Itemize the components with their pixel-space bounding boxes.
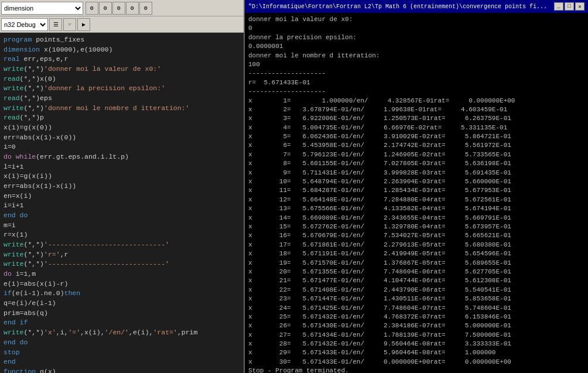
code-line: r=x(1) [4, 230, 240, 240]
code-line: write(*,*)'x',i,'=',x(i),'/en/',e(i),'ra… [4, 328, 240, 338]
code-line: end do [4, 211, 240, 221]
code-line: dimension x(10000),e(10000) [4, 45, 240, 55]
code-editor-panel: dimension ⚙ ⚙ ⚙ ⚙ ⚙ n32 Debug ☰ ☞ ▶ prog… [0, 0, 245, 373]
code-line: write(*,*)'-----------------------------… [4, 240, 240, 250]
output-line: -------------------- [248, 87, 584, 96]
toolbar-bottom: n32 Debug ☰ ☞ ▶ [0, 16, 244, 33]
output-line: x 10= 5.648794E-01/en/ 2.263904E-03rat= … [248, 177, 584, 186]
debug-btn-2[interactable]: ☞ [63, 18, 76, 31]
code-line: write(*,*)'donner moi la valeur de x0:' [4, 64, 240, 74]
icon-btn-3[interactable]: ⚙ [112, 2, 125, 15]
output-line: x 20= 5.671355E-01/en/ 7.748604E-06rat= … [248, 268, 584, 276]
code-line: err=abs(x(1)-x(i)) [4, 182, 240, 191]
code-line: e(i)=abs(x(i)-r) [4, 279, 240, 289]
output-line: r= 5.671433E-01 [248, 78, 584, 87]
terminal-panel: "D:\Informatique\Fortran\Fortran L2\Tp M… [245, 0, 588, 373]
output-line: x 15= 5.672762E-01/en/ 1.329780E-04rat= … [248, 223, 584, 231]
code-line: x(i)=g(x(i)) [4, 172, 240, 182]
output-line: x 11= 5.684287E-01/en/ 1.285434E-03rat= … [248, 186, 584, 195]
code-content[interactable]: program points_fixes dimension x(10000),… [0, 33, 244, 373]
icon-btn-1[interactable]: ⚙ [86, 2, 98, 15]
output-line: x 14= 5.669089E-01/en/ 2.343655E-04rat= … [248, 214, 584, 223]
output-line: x 30= 5.671433E-01/en/ 0.000000E+00rat= … [248, 358, 584, 367]
output-line: x 2= 3.678794E-01/en/ 1.99638E-01rat= 4.… [248, 105, 584, 114]
output-line: x 22= 5.671408E-01/en/ 2.443790E-06rat= … [248, 286, 584, 295]
debug-btn-3[interactable]: ▶ [77, 18, 90, 31]
output-line: 0.0000001 [248, 42, 584, 51]
terminal-titlebar: "D:\Informatique\Fortran\Fortran L2\Tp M… [245, 0, 588, 13]
close-button[interactable]: ✕ [575, 2, 584, 11]
code-line: do while(err.gt.eps.and.i.lt.p) [4, 152, 240, 162]
code-line: read(*,*)x(0) [4, 74, 240, 84]
output-line: donner moi le nombre d itteration: [248, 52, 584, 60]
output-line: x 29= 5.671433E-01/en/ 5.960464E-08rat= … [248, 348, 584, 357]
output-line: x 9= 5.711431E-01/en/ 3.999828E-03rat= 5… [248, 169, 584, 177]
minimize-button[interactable]: _ [554, 2, 563, 11]
code-line: x(1)=g(x(0)) [4, 123, 240, 133]
output-line: x 5= 6.062436E-01/en/ 3.910029E-02rat= 5… [248, 132, 584, 141]
code-line: l=i+1 [4, 162, 240, 172]
output-line: x 18= 5.671191E-01/en/ 2.419949E-05rat= … [248, 249, 584, 258]
icon-btn-5[interactable]: ⚙ [139, 2, 152, 15]
output-line: x 7= 5.796123E-01/en/ 1.246905E-02rat= 5… [248, 150, 584, 159]
terminal-title: "D:\Informatique\Fortran\Fortran L2\Tp M… [248, 4, 547, 10]
code-line: write(*,*)'donner la precision epsilon:' [4, 84, 240, 94]
output-line: x 28= 5.671432E-01/en/ 9.560464E-08rat= … [248, 340, 584, 348]
code-line: prim=abs(q) [4, 309, 240, 319]
code-line: write(*,*)'r=',r [4, 250, 240, 260]
code-line: write(*,*)'donner moi le nombre d ittera… [4, 104, 240, 114]
code-line: end do [4, 338, 240, 348]
code-line: write(*,*)'-----------------------------… [4, 259, 240, 269]
output-line: x 24= 5.671425E-01/en/ 7.748604E-07rat= … [248, 304, 584, 313]
code-line: m=i [4, 221, 240, 231]
output-line: x 26= 5.671430E-01/en/ 2.384186E-07rat= … [248, 321, 584, 330]
output-line: x 3= 6.922006E-01/en/ 1.250573E-01rat= 6… [248, 114, 584, 123]
output-line: x 25= 5.671432E-01/en/ 4.768372E-07rat= … [248, 313, 584, 321]
code-line: read(*,*)eps [4, 94, 240, 104]
code-line: end [4, 357, 240, 367]
code-line: stop [4, 348, 240, 358]
output-line: x 17= 5.671861E-01/en/ 2.279613E-05rat= … [248, 241, 584, 249]
code-line: en=x(i) [4, 191, 240, 201]
terminal-output: donner moi la valeur de x0: 0 donner la … [245, 13, 588, 373]
code-line: if(e(i-1).ne.0)then [4, 289, 240, 299]
output-line: x 19= 5.671570E-01/en/ 1.376867E-05rat= … [248, 259, 584, 268]
debug-btn-1[interactable]: ☰ [49, 18, 62, 31]
output-line: x 12= 5.664148E-01/en/ 7.284880E-04rat= … [248, 196, 584, 204]
dimension-dropdown[interactable]: dimension [1, 2, 83, 15]
output-line: x 21= 5.671477E-01/en/ 4.104744E-06rat= … [248, 276, 584, 285]
output-line: x 6= 5.453958E-01/en/ 2.174742E-02rat= 5… [248, 141, 584, 150]
output-line: x 23= 5.671447E-01/en/ 1.430511E-06rat= … [248, 295, 584, 303]
icon-btn-4[interactable]: ⚙ [126, 2, 139, 15]
icon-btn-2[interactable]: ⚙ [99, 2, 112, 15]
output-line: x 1= 1.000000/en/ 4.328567E-01rat= 0.000… [248, 97, 584, 105]
output-line: x 13= 5.675566E-01/en/ 4.133582E-04rat= … [248, 204, 584, 213]
output-line: donner la precision epsilon: [248, 33, 584, 42]
code-line: real err,eps,e,r [4, 54, 240, 64]
maximize-button[interactable]: □ [565, 2, 574, 11]
output-line: -------------------- [248, 69, 584, 78]
code-line: read(*,*)p [4, 113, 240, 123]
output-line: donner moi la valeur de x0: [248, 15, 584, 24]
output-line: x 27= 5.671434E-01/en/ 1.788139E-07rat= … [248, 331, 584, 340]
code-line: end if [4, 318, 240, 328]
output-line: Stop - Program terminated. [248, 367, 584, 373]
window-controls: _ □ ✕ [554, 2, 584, 11]
code-line: i=i+1 [4, 201, 240, 211]
toolbar-top: dimension ⚙ ⚙ ⚙ ⚙ ⚙ [0, 0, 244, 16]
output-line: 0 [248, 24, 584, 33]
code-line: i=0 [4, 142, 240, 152]
output-line: 100 [248, 60, 584, 69]
output-line: x 4= 5.004735E-01/en/ 6.66976E-02rat= 5.… [248, 124, 584, 132]
code-line: program points_fixes [4, 35, 240, 45]
code-line: do i=1,m [4, 269, 240, 279]
code-line: q=e(i)/e(i-1) [4, 299, 240, 309]
debug-dropdown[interactable]: n32 Debug [1, 18, 48, 31]
code-line: err=abs(x(1)-x(0)) [4, 133, 240, 143]
toolbar-icon-group: ⚙ ⚙ ⚙ ⚙ ⚙ [86, 2, 152, 15]
output-line: x 16= 5.670679E-01/en/ 7.534027E-05rat= … [248, 231, 584, 240]
code-line: function g(x) [4, 367, 240, 373]
output-line: x 8= 5.601155E-01/en/ 7.027805E-03rat= 5… [248, 159, 584, 168]
